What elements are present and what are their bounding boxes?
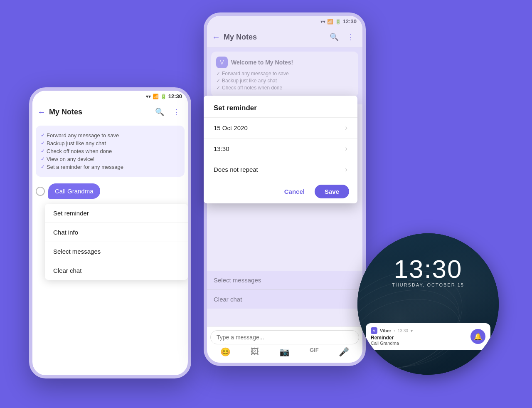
- checkmark-icon-4: ✓: [41, 156, 45, 162]
- cancel-button[interactable]: Cancel: [279, 185, 310, 198]
- dialog-time-text: 13:30: [214, 145, 345, 152]
- battery-icon: 🔋: [160, 94, 167, 99]
- bottom-icons: 😊 🖼 📷 GIF 🎤: [210, 344, 359, 359]
- more-button-1[interactable]: ⋮: [170, 105, 183, 119]
- watch-viber-icon: V: [371, 327, 377, 334]
- message-row-1: Call Grandma: [36, 183, 185, 199]
- watch-notif-time: 13:30: [398, 329, 408, 333]
- status-time-1: 12:30: [168, 93, 182, 99]
- checkmark-icon-2: ✓: [41, 140, 45, 146]
- gif-icon[interactable]: GIF: [310, 347, 319, 357]
- context-chat-info[interactable]: Chat info: [45, 223, 188, 242]
- watch-notif-app: Viber: [380, 328, 391, 333]
- wifi-icon: 📶: [153, 94, 159, 99]
- watch-date: THURSDAY, OCTOBER 15: [357, 282, 499, 287]
- context-clear-chat[interactable]: Clear chat: [45, 261, 188, 280]
- watch-notif-header: V Viber • 13:30 ▾: [371, 327, 466, 334]
- note-item-1: ✓ Forward any message to save: [41, 132, 180, 138]
- dialog-title: Set reminder: [204, 96, 357, 117]
- watch-notif-dot: •: [394, 329, 395, 333]
- note-text-2: Backup just like any chat: [47, 140, 106, 146]
- watch-time: 13:30: [357, 254, 499, 284]
- mic-icon[interactable]: 🎤: [339, 347, 349, 357]
- watch-dropdown-icon: ▾: [411, 329, 413, 333]
- note-text-5: Set a reminder for any message: [47, 164, 123, 170]
- note-item-2: ✓ Backup just like any chat: [41, 140, 180, 146]
- context-set-reminder[interactable]: Set reminder: [45, 204, 188, 223]
- message-input[interactable]: [210, 330, 359, 344]
- watch-notif-title: Reminder: [371, 335, 466, 341]
- message-input-row: [210, 330, 359, 344]
- gallery-icon[interactable]: 🖼: [251, 347, 259, 357]
- note-item-4: ✓ View on any device!: [41, 156, 180, 162]
- watch-notif-text: Call Grandma: [371, 341, 466, 346]
- camera-icon[interactable]: 📷: [279, 347, 290, 357]
- checkmark-icon-5: ✓: [41, 164, 45, 170]
- dialog-time-chevron: [345, 144, 347, 153]
- checkmark-icon-3: ✓: [41, 148, 45, 154]
- dialog-date-text: 15 Oct 2020: [214, 124, 345, 131]
- app-title-1: My Notes: [49, 108, 150, 116]
- watch-notif-bell-icon: 🔔: [470, 329, 485, 344]
- phone-1: ▾▾ 📶 🔋 12:30 ← My Notes 🔍 ⋮ ✓ Forward an…: [29, 87, 191, 378]
- note-item-5: ✓ Set a reminder for any message: [41, 164, 180, 170]
- note-item-3: ✓ Check off notes when done: [41, 148, 180, 154]
- dialog-repeat-chevron: [345, 165, 347, 174]
- phone2-input-area: 😊 🖼 📷 GIF 🎤: [207, 326, 362, 363]
- dialog-date-row[interactable]: 15 Oct 2020: [204, 117, 357, 138]
- watch-background: 13:30 THURSDAY, OCTOBER 15 V Viber • 13:…: [357, 233, 499, 375]
- message-area-1: Call Grandma: [32, 180, 188, 204]
- notes-content-1: ✓ Forward any message to save ✓ Backup j…: [36, 126, 185, 177]
- dialog-date-chevron: [345, 124, 347, 132]
- dialog-repeat-text: Does not repeat: [214, 166, 345, 173]
- search-button-1[interactable]: 🔍: [153, 105, 166, 119]
- context-select-messages[interactable]: Select messages: [45, 242, 188, 261]
- note-text-1: Forward any message to save: [47, 132, 119, 138]
- smartwatch: 13:30 THURSDAY, OCTOBER 15 V Viber • 13:…: [357, 233, 499, 375]
- app-bar-1: ← My Notes 🔍 ⋮: [32, 102, 188, 122]
- dialog-time-row[interactable]: 13:30: [204, 138, 357, 159]
- dialog-actions: Cancel Save: [204, 180, 357, 203]
- save-button[interactable]: Save: [315, 185, 349, 198]
- message-bubble-1[interactable]: Call Grandma: [48, 183, 100, 199]
- dialog-repeat-row[interactable]: Does not repeat: [204, 159, 357, 180]
- emoji-icon[interactable]: 😊: [220, 347, 231, 357]
- watch-notification: V Viber • 13:30 ▾ Reminder Call Grandma …: [366, 323, 490, 350]
- message-select-radio[interactable]: [36, 187, 45, 196]
- watch-notif-content: V Viber • 13:30 ▾ Reminder Call Grandma: [371, 327, 466, 346]
- note-text-3: Check off notes when done: [47, 148, 112, 154]
- status-bar-1: ▾▾ 📶 🔋 12:30: [32, 91, 188, 102]
- checkmark-icon-1: ✓: [41, 132, 45, 138]
- set-reminder-dialog: Set reminder 15 Oct 2020 13:30 Does not …: [204, 96, 357, 203]
- context-menu-1: Set reminder Chat info Select messages C…: [45, 204, 188, 280]
- back-button-1[interactable]: ←: [37, 107, 46, 117]
- note-text-4: View on any device!: [47, 156, 94, 162]
- signal-icon: ▾▾: [146, 94, 151, 99]
